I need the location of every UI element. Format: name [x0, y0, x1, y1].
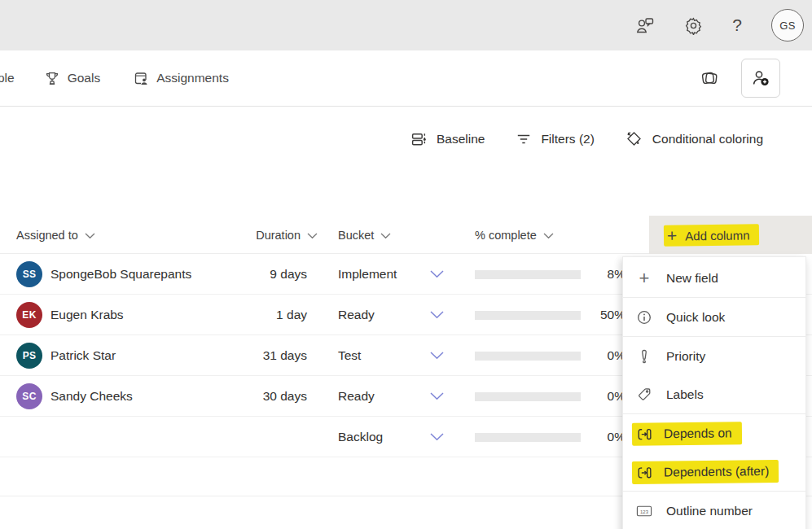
column-header-assigned-to[interactable]: Assigned to	[16, 216, 95, 254]
duration-value: 30 days	[228, 376, 307, 417]
column-label: Assigned to	[16, 229, 78, 242]
bucket-value: Implement	[338, 254, 397, 295]
settings-gear-icon[interactable]	[684, 16, 703, 35]
trophy-icon	[44, 70, 60, 87]
assignee-name: SpongeBob Squarepants	[50, 254, 191, 295]
add-column-highlight: + Add column	[664, 224, 760, 246]
tab-label: Assignments	[156, 71, 229, 85]
avatar: SS	[16, 261, 42, 287]
project-nav-bar: ple Goals Assignments	[0, 50, 812, 107]
nav-right-actions	[699, 59, 780, 98]
filters-label: Filters (2)	[541, 132, 594, 146]
duration-value: 1 day	[228, 295, 307, 335]
assignee-name: Eugen Krabs	[50, 295, 124, 335]
menu-item-label: Dependents (after)	[664, 464, 769, 480]
bucket-value: Ready	[338, 295, 375, 335]
percent-complete-value: 0%	[562, 417, 625, 457]
percent-complete-value: 0%	[562, 376, 625, 417]
bucket-dropdown-chevron-icon[interactable]	[430, 311, 444, 319]
menu-item-label: Priority	[666, 349, 705, 364]
menu-item-quick-look[interactable]: Quick look	[623, 298, 805, 336]
percent-complete-value: 8%	[562, 254, 625, 295]
baseline-icon	[410, 131, 428, 148]
column-label: Duration	[256, 229, 301, 242]
plus-icon: +	[636, 270, 652, 286]
tag-icon	[636, 387, 652, 403]
column-header-duration[interactable]: Duration	[228, 216, 318, 254]
baseline-label: Baseline	[437, 132, 485, 146]
grid-header-row: Assigned to Duration Bucket % complete +…	[0, 216, 812, 254]
bucket-dropdown-chevron-icon[interactable]	[430, 270, 444, 278]
percent-complete-value: 50%	[562, 295, 625, 335]
user-avatar[interactable]: GS	[771, 9, 804, 42]
info-icon	[636, 309, 652, 326]
menu-item-inner: 123 Outline number	[636, 504, 753, 518]
filters-icon	[516, 131, 532, 147]
help-icon[interactable]: ?	[732, 15, 742, 35]
tab-assignments[interactable]: Assignments	[133, 70, 229, 87]
column-label: Bucket	[338, 229, 374, 242]
bucket-value: Backlog	[338, 417, 383, 457]
feedback-icon[interactable]	[635, 16, 655, 34]
duration-value: 31 days	[228, 335, 307, 376]
conditional-coloring-button[interactable]: Conditional coloring	[625, 130, 763, 148]
paint-bucket-icon	[625, 130, 643, 148]
tab-people-cutoff[interactable]: ple	[0, 71, 15, 85]
chevron-down-icon	[85, 233, 95, 239]
avatar: SC	[16, 383, 42, 409]
add-person-icon	[751, 68, 770, 88]
filters-button[interactable]: Filters (2)	[516, 131, 594, 147]
assignee-name: Sandy Cheeks	[50, 376, 133, 417]
duration-value: 9 days	[228, 254, 307, 295]
baseline-button[interactable]: Baseline	[410, 131, 485, 148]
menu-item-dependents-after[interactable]: Dependents (after)	[623, 452, 805, 491]
menu-item-outline-number[interactable]: 123 Outline number	[623, 492, 805, 529]
avatar: PS	[16, 343, 42, 369]
bucket-dropdown-chevron-icon[interactable]	[430, 433, 444, 441]
bucket-value: Ready	[338, 376, 375, 417]
menu-item-inner: Quick look	[636, 309, 725, 326]
add-column-menu: + New field Quick look Priority Labels D…	[622, 256, 806, 529]
tab-goals[interactable]: Goals	[44, 70, 101, 87]
menu-item-label: Quick look	[666, 310, 725, 325]
menu-item-label: Depends on	[664, 426, 732, 441]
bucket-value: Test	[338, 335, 361, 376]
menu-item-label: Outline number	[666, 504, 753, 518]
menu-item-inner: Labels	[636, 387, 704, 403]
priority-icon	[636, 348, 652, 365]
chevron-down-icon	[307, 233, 318, 239]
menu-item-new-field[interactable]: + New field	[623, 259, 805, 297]
tab-label: ple	[0, 71, 15, 85]
assignee-name: Patrick Star	[50, 335, 116, 376]
column-label: % complete	[475, 229, 537, 242]
menu-item-label: New field	[666, 271, 718, 286]
menu-item-depends-on[interactable]: Depends on	[623, 414, 805, 452]
conditional-coloring-label: Conditional coloring	[652, 132, 763, 146]
avatar: EK	[16, 302, 42, 328]
menu-item-label: Labels	[666, 387, 704, 402]
add-column-label: Add column	[685, 227, 749, 242]
view-toolbar: Baseline Filters (2) Conditional colorin…	[410, 122, 763, 156]
dependency-icon	[636, 426, 652, 442]
add-member-button[interactable]	[741, 59, 780, 98]
add-column-button[interactable]: + Add column	[649, 216, 812, 254]
column-header-bucket[interactable]: Bucket	[338, 216, 391, 254]
chevron-down-icon	[543, 233, 554, 239]
menu-item-inner: Priority	[636, 348, 705, 365]
copilot-icon[interactable]	[699, 68, 720, 89]
bucket-dropdown-chevron-icon[interactable]	[430, 352, 444, 360]
top-app-bar: ? GS	[0, 0, 812, 50]
outline-number-icon: 123	[636, 504, 652, 518]
menu-item-labels[interactable]: Labels	[623, 375, 805, 413]
svg-text:123: 123	[640, 509, 649, 514]
menu-item-inner: + New field	[636, 270, 718, 286]
dependency-icon	[636, 464, 652, 480]
tab-label: Goals	[68, 71, 101, 85]
menu-item-priority[interactable]: Priority	[623, 337, 805, 375]
bucket-dropdown-chevron-icon[interactable]	[430, 392, 444, 400]
plus-icon: +	[667, 228, 677, 243]
menu-item-inner: Dependents (after)	[632, 459, 779, 483]
menu-item-inner: Depends on	[632, 422, 742, 446]
column-header-percent-complete[interactable]: % complete	[475, 216, 554, 254]
assignments-board-icon	[133, 70, 149, 87]
